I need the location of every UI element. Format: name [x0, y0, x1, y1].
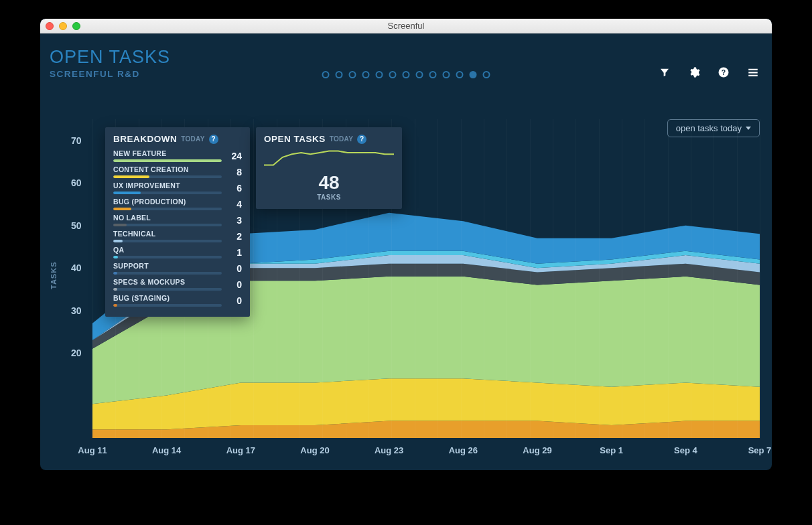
x-tick-label: Sep 1	[600, 445, 623, 455]
page-title-block: OPEN TASKS SCREENFUL R&D	[50, 47, 170, 79]
pager-dot[interactable]	[403, 71, 410, 78]
breakdown-row[interactable]: CONTENT CREATION8	[113, 164, 242, 180]
content: OPEN TASKS SCREENFUL R&D ? open tasks to…	[40, 33, 772, 470]
page-title: OPEN TASKS	[50, 47, 170, 68]
y-tick-label: 30	[71, 305, 82, 316]
pager-dot[interactable]	[483, 71, 490, 78]
pager-dot[interactable]	[429, 71, 437, 78]
gridline	[737, 119, 738, 438]
pager-dot[interactable]	[336, 71, 343, 78]
filter-icon[interactable]	[658, 66, 671, 79]
gridline	[622, 119, 622, 438]
breakdown-title: BREAKDOWN	[113, 134, 177, 144]
gridline	[253, 119, 254, 438]
breakdown-label: UX IMPROVEMENT	[113, 181, 222, 190]
breakdown-panel: BREAKDOWN TODAY ? NEW FEATURE24CONTENT C…	[105, 127, 250, 317]
page-subtitle: SCREENFUL R&D	[50, 69, 170, 79]
x-tick-label: Aug 14	[152, 445, 181, 455]
pager-dot[interactable]	[416, 71, 423, 78]
traffic-lights	[46, 22, 80, 30]
pager-dot[interactable]	[456, 71, 464, 78]
breakdown-value: 0	[228, 263, 242, 274]
breakdown-row[interactable]: NO LABEL3	[113, 212, 242, 228]
y-tick-label: 40	[71, 262, 82, 273]
gridline	[553, 119, 553, 438]
breakdown-label: QA	[113, 246, 222, 254]
breakdown-help-icon[interactable]: ?	[209, 135, 218, 144]
gridline	[461, 119, 462, 438]
x-tick-label: Aug 23	[375, 445, 403, 455]
gridline	[92, 119, 93, 438]
gridline	[484, 119, 484, 438]
gridline	[760, 119, 760, 438]
breakdown-row[interactable]: NEW FEATURE24	[113, 148, 242, 164]
pager-dot[interactable]	[443, 71, 450, 78]
gridline	[668, 119, 669, 438]
gridline	[645, 119, 645, 438]
breakdown-row[interactable]: SUPPORT0	[113, 260, 242, 277]
gridline	[506, 119, 507, 438]
gridline	[599, 119, 600, 438]
sparkline-tag: TODAY	[330, 135, 353, 143]
zoom-window-button[interactable]	[72, 22, 80, 30]
sparkline-help-icon[interactable]: ?	[357, 135, 366, 144]
minimize-window-button[interactable]	[59, 22, 67, 30]
breakdown-value: 0	[228, 295, 242, 306]
breakdown-label: BUG (PRODUCTION)	[113, 198, 222, 206]
pager-dot[interactable]	[322, 71, 330, 78]
gridline	[415, 119, 415, 438]
breakdown-label: BUG (STAGING)	[113, 294, 222, 302]
breakdown-label: SUPPORT	[113, 262, 222, 270]
pager-dot[interactable]	[470, 71, 477, 78]
breakdown-value: 24	[228, 151, 242, 161]
gridline	[691, 119, 691, 438]
sparkline-title: OPEN TASKS	[264, 134, 326, 144]
menu-icon[interactable]	[746, 66, 760, 79]
sparkline-unit: TASKS	[264, 194, 394, 201]
breakdown-value: 0	[228, 279, 242, 290]
breakdown-row[interactable]: BUG (PRODUCTION)4	[113, 196, 242, 212]
breakdown-row[interactable]: TECHNICAL2	[113, 228, 242, 244]
y-tick-label: 60	[71, 177, 82, 188]
help-icon[interactable]: ?	[717, 66, 730, 79]
y-tick-label: 20	[71, 348, 82, 358]
open-tasks-panel: OPEN TASKS TODAY ? 48 TASKS	[256, 127, 402, 209]
gridline	[714, 119, 714, 438]
x-tick-label: Aug 26	[449, 445, 478, 455]
x-tick-label: Sep 7	[748, 445, 772, 455]
pager-dot[interactable]	[389, 71, 397, 78]
breakdown-label: CONTENT CREATION	[113, 165, 222, 173]
breakdown-value: 6	[228, 183, 242, 194]
breakdown-value: 4	[228, 199, 242, 210]
y-tick-label: 70	[71, 135, 82, 146]
close-window-button[interactable]	[46, 22, 54, 30]
mac-titlebar: Screenful	[40, 19, 772, 33]
gridline	[576, 119, 576, 438]
breakdown-row[interactable]: UX IMPROVEMENT6	[113, 180, 242, 196]
breakdown-row[interactable]: QA1	[113, 244, 242, 260]
pager-dot[interactable]	[349, 71, 356, 78]
window-title: Screenful	[40, 21, 772, 31]
x-tick-label: Aug 20	[300, 445, 329, 455]
gridline	[437, 119, 438, 438]
breakdown-value: 1	[228, 247, 242, 258]
x-tick-label: Aug 17	[226, 445, 255, 455]
breakdown-value: 8	[228, 167, 242, 177]
gear-icon[interactable]	[687, 66, 701, 79]
breakdown-value: 2	[228, 231, 242, 242]
x-tick-label: Aug 11	[78, 445, 107, 455]
breakdown-label: SPECS & MOCKUPS	[113, 278, 222, 286]
dashboard-pager	[322, 71, 490, 78]
y-tick-label: 50	[71, 220, 82, 231]
breakdown-row[interactable]: SPECS & MOCKUPS0	[113, 277, 242, 293]
x-tick-label: Sep 4	[674, 445, 697, 455]
breakdown-tag: TODAY	[181, 135, 204, 143]
sparkline-value: 48	[264, 172, 394, 194]
y-axis-title: TASKS	[50, 261, 58, 289]
pager-dot[interactable]	[376, 71, 383, 78]
header-actions: ?	[658, 66, 760, 79]
app-window: Screenful OPEN TASKS SCREENFUL R&D ? ope…	[40, 19, 772, 470]
breakdown-label: TECHNICAL	[113, 230, 222, 238]
breakdown-row[interactable]: BUG (STAGING)0	[113, 293, 242, 309]
pager-dot[interactable]	[362, 71, 370, 78]
